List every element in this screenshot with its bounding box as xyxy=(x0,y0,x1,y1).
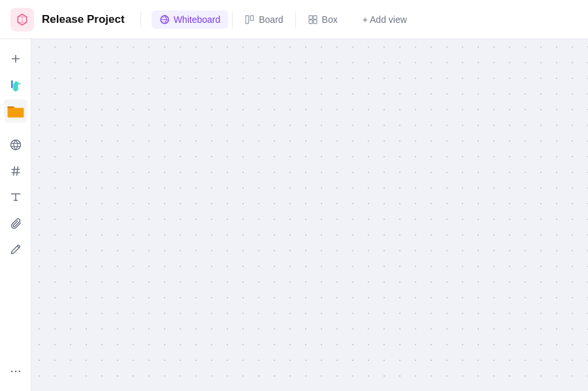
tab-divider-1 xyxy=(232,12,233,27)
plus-icon xyxy=(10,53,22,65)
tab-box-label: Box xyxy=(322,14,338,25)
globe-icon xyxy=(9,138,22,151)
tab-board[interactable]: Board xyxy=(237,10,291,29)
box-icon xyxy=(308,14,318,25)
svg-rect-2 xyxy=(251,16,254,20)
cube-icon xyxy=(16,13,29,26)
more-icon xyxy=(9,365,22,378)
draw-tool-button[interactable] xyxy=(4,238,27,261)
nav-tabs: Whiteboard Board xyxy=(152,10,346,29)
tab-board-label: Board xyxy=(259,14,283,25)
main-area xyxy=(0,39,588,391)
svg-point-10 xyxy=(10,371,12,373)
whiteboard-canvas[interactable] xyxy=(31,39,588,391)
svg-marker-8 xyxy=(12,81,21,92)
hashtag-icon xyxy=(9,164,22,178)
svg-rect-3 xyxy=(309,16,312,19)
folder-icon xyxy=(7,103,25,119)
draw-icon xyxy=(9,243,22,256)
tab-divider-2 xyxy=(295,12,296,27)
add-view-button[interactable]: + Add view xyxy=(356,10,414,29)
add-view-label: + Add view xyxy=(363,14,407,25)
svg-rect-1 xyxy=(246,16,249,23)
cursor-tool-icon xyxy=(7,76,25,94)
svg-rect-4 xyxy=(313,16,316,19)
hashtag-tool-button[interactable] xyxy=(4,159,27,183)
tab-whiteboard-label: Whiteboard xyxy=(174,14,221,25)
folder-tool-button[interactable] xyxy=(4,99,27,123)
tab-box[interactable]: Box xyxy=(300,10,346,29)
text-tool-button[interactable] xyxy=(4,185,27,209)
attachment-tool-button[interactable] xyxy=(4,211,27,235)
svg-rect-5 xyxy=(309,20,312,23)
board-icon xyxy=(244,14,255,25)
svg-point-12 xyxy=(18,371,20,373)
attachment-icon xyxy=(9,217,22,230)
more-options-button[interactable] xyxy=(4,360,27,383)
text-icon xyxy=(9,191,22,204)
svg-point-9 xyxy=(10,140,20,150)
cursor-tool-button[interactable] xyxy=(4,73,27,97)
globe-tool-button[interactable] xyxy=(4,133,27,157)
svg-rect-6 xyxy=(313,20,316,23)
svg-point-11 xyxy=(14,371,16,373)
svg-rect-7 xyxy=(11,80,13,88)
whiteboard-icon xyxy=(159,14,170,25)
header: Release Project Whiteboard xyxy=(0,0,588,39)
tab-whiteboard[interactable]: Whiteboard xyxy=(152,10,229,29)
sidebar xyxy=(0,39,31,391)
project-title: Release Project xyxy=(42,13,125,26)
project-icon xyxy=(10,8,34,31)
add-tool-button[interactable] xyxy=(4,47,27,70)
header-divider xyxy=(140,12,141,27)
